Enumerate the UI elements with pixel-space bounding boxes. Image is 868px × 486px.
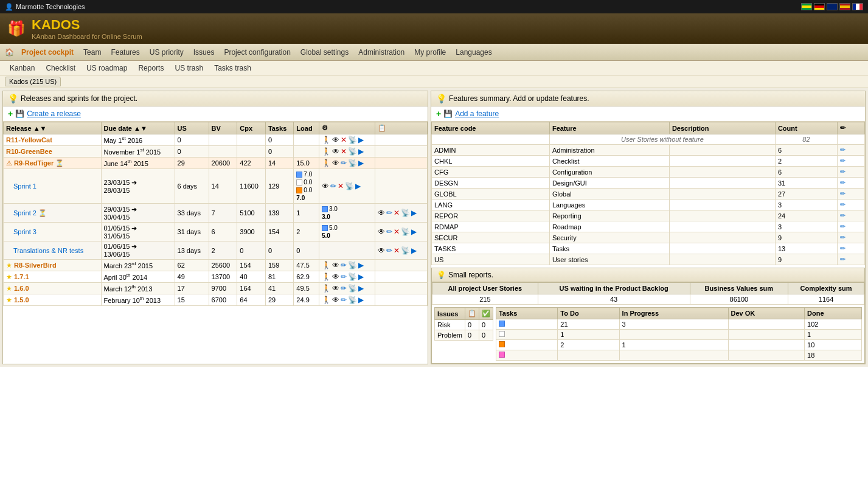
- delete-icon[interactable]: ✕: [394, 227, 400, 236]
- man-icon[interactable]: 🚶: [322, 147, 331, 156]
- man-icon[interactable]: 🚶: [322, 261, 331, 269]
- eye-icon[interactable]: 👁: [332, 296, 339, 304]
- feature-edit[interactable]: ✏: [837, 178, 864, 189]
- nav-administration[interactable]: Administration: [353, 46, 409, 59]
- man-icon[interactable]: 🚶: [322, 159, 331, 167]
- edit-icon[interactable]: ✕: [341, 136, 347, 144]
- arrow-icon[interactable]: ▶: [411, 227, 417, 236]
- add-feature-button[interactable]: Add a feature: [455, 109, 499, 118]
- eye-icon[interactable]: 👁: [378, 246, 385, 255]
- eye-icon[interactable]: 👁: [332, 284, 339, 293]
- sprint-link[interactable]: Sprint 2: [13, 209, 36, 217]
- nav-project-configuration[interactable]: Project configuration: [219, 46, 295, 59]
- rss-icon[interactable]: 📡: [348, 273, 357, 281]
- arrow-icon[interactable]: ▶: [358, 261, 364, 269]
- feature-edit[interactable]: ✏: [837, 167, 864, 178]
- arrow-icon[interactable]: ▶: [358, 296, 364, 304]
- nav-team[interactable]: Team: [78, 46, 106, 59]
- eye-icon[interactable]: 👁: [332, 261, 339, 269]
- edit-icon[interactable]: ✏: [386, 209, 392, 217]
- arrow-icon[interactable]: ▶: [358, 284, 364, 293]
- man-icon[interactable]: 🚶: [322, 273, 331, 281]
- eye-icon[interactable]: 👁: [322, 182, 329, 190]
- subnav-reports[interactable]: Reports: [133, 63, 168, 74]
- arrow-icon[interactable]: ▶: [358, 159, 364, 167]
- nav-issues[interactable]: Issues: [189, 46, 220, 59]
- edit-icon[interactable]: ✏: [330, 182, 336, 190]
- rss-icon[interactable]: 📡: [348, 284, 357, 293]
- edit-icon[interactable]: ✏: [341, 284, 347, 293]
- edit-icon[interactable]: ✏: [386, 227, 392, 236]
- nav-features[interactable]: Features: [106, 46, 144, 59]
- eye-icon[interactable]: 👁: [332, 147, 339, 156]
- rss-icon[interactable]: 📡: [348, 136, 357, 144]
- subnav-tasks-trash[interactable]: Tasks trash: [209, 63, 256, 74]
- rss-icon[interactable]: 📡: [345, 182, 354, 190]
- feature-edit[interactable]: ✏: [837, 189, 864, 200]
- release-link[interactable]: 1.6.0: [14, 285, 29, 292]
- subnav-checklist[interactable]: Checklist: [41, 63, 80, 74]
- subnav-us-trash[interactable]: US trash: [170, 63, 208, 74]
- flag-germany[interactable]: [814, 3, 825, 10]
- edit-icon[interactable]: ✏: [341, 159, 347, 167]
- arrow-icon[interactable]: ▶: [411, 246, 417, 255]
- flag-france[interactable]: [852, 3, 863, 10]
- man-icon[interactable]: 🚶: [322, 284, 331, 293]
- release-link[interactable]: 1.5.0: [14, 296, 29, 304]
- release-link[interactable]: 1.7.1: [14, 273, 29, 280]
- eye-icon[interactable]: 👁: [332, 136, 339, 144]
- sprint-link[interactable]: Sprint 3: [13, 228, 36, 235]
- man-icon[interactable]: 🚶: [322, 296, 331, 304]
- feature-edit[interactable]: ✏: [837, 200, 864, 210]
- edit-icon[interactable]: ✕: [341, 147, 347, 156]
- arrow-icon[interactable]: ▶: [358, 136, 364, 144]
- delete-icon[interactable]: ✕: [394, 209, 400, 217]
- edit-icon[interactable]: ✏: [341, 273, 347, 281]
- eye-icon[interactable]: 👁: [332, 273, 339, 281]
- delete-icon[interactable]: ✕: [338, 182, 344, 190]
- rss-icon[interactable]: 📡: [348, 159, 357, 167]
- subnav-us-roadmap[interactable]: US roadmap: [82, 63, 132, 74]
- flag-brazil[interactable]: [801, 3, 812, 10]
- edit-icon[interactable]: ✏: [341, 261, 347, 269]
- home-icon[interactable]: 🏠: [5, 48, 14, 57]
- feature-edit[interactable]: ✏: [837, 210, 864, 221]
- eye-icon[interactable]: 👁: [332, 159, 339, 167]
- arrow-icon[interactable]: ▶: [355, 182, 361, 190]
- flag-spain[interactable]: [839, 3, 850, 10]
- create-release-button[interactable]: Create a release: [27, 109, 81, 118]
- edit-icon[interactable]: ✏: [341, 296, 347, 304]
- sprint-link[interactable]: Translations & NR tests: [13, 247, 83, 254]
- feature-edit[interactable]: ✏: [837, 243, 864, 254]
- delete-icon[interactable]: ✕: [394, 246, 400, 255]
- rss-icon[interactable]: 📡: [401, 209, 410, 217]
- nav-us-priority[interactable]: US priority: [145, 46, 189, 59]
- feature-edit[interactable]: ✏: [837, 232, 864, 243]
- eye-icon[interactable]: 👁: [378, 209, 385, 217]
- nav-my-profile[interactable]: My profile: [409, 46, 451, 59]
- nav-project-cockpit[interactable]: Project cockpit: [16, 46, 78, 59]
- sprint-link[interactable]: Sprint 1: [13, 182, 36, 190]
- rss-icon[interactable]: 📡: [401, 246, 410, 255]
- arrow-icon[interactable]: ▶: [358, 147, 364, 156]
- man-icon[interactable]: 🚶: [322, 136, 331, 144]
- release-link[interactable]: R8-SilverBird: [14, 262, 57, 269]
- arrow-icon[interactable]: ▶: [358, 273, 364, 281]
- nav-global-settings[interactable]: Global settings: [296, 46, 353, 59]
- release-link[interactable]: R11-YellowCat: [6, 136, 52, 144]
- rss-icon[interactable]: 📡: [348, 296, 357, 304]
- nav-languages[interactable]: Languages: [451, 46, 496, 59]
- eye-icon[interactable]: 👁: [378, 227, 385, 236]
- release-link[interactable]: R9-RedTiger: [14, 159, 54, 167]
- release-link[interactable]: R10-GreenBee: [6, 148, 52, 155]
- rss-icon[interactable]: 📡: [401, 227, 410, 236]
- feature-edit[interactable]: ✏: [837, 156, 864, 167]
- flag-uk[interactable]: [827, 3, 838, 10]
- rss-icon[interactable]: 📡: [348, 147, 357, 156]
- subnav-kanban[interactable]: Kanban: [5, 63, 40, 74]
- feature-edit[interactable]: ✏: [837, 145, 864, 156]
- arrow-icon[interactable]: ▶: [411, 209, 417, 217]
- rss-icon[interactable]: 📡: [348, 261, 357, 269]
- feature-edit[interactable]: ✏: [837, 221, 864, 232]
- edit-icon[interactable]: ✏: [386, 246, 392, 255]
